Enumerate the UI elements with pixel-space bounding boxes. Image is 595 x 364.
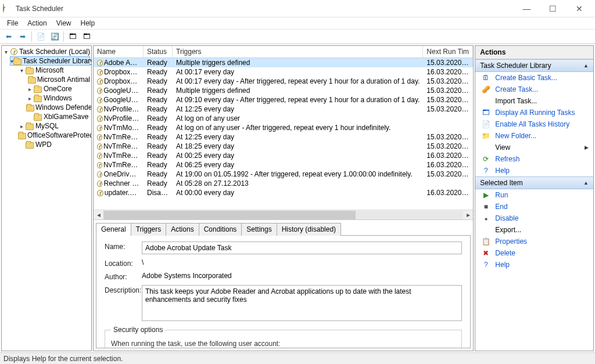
details-pane: General Triggers Actions Conditions Sett… [94,220,473,351]
menu-file[interactable]: File [2,18,23,28]
actions-group-selected[interactable]: Selected Item▲ [475,176,593,189]
col-triggers[interactable]: Triggers [173,46,423,57]
action-enable-history[interactable]: 📄Enable All Tasks History [475,118,593,130]
action-create-basic-task[interactable]: 🗓Create Basic Task... [475,72,593,84]
horizontal-scrollbar[interactable]: ◂▸ [94,210,473,219]
action-view[interactable]: View▶ [475,142,593,153]
field-location: \ [142,258,462,266]
action-display-running[interactable]: 🗔Display All Running Tasks [475,107,593,118]
tree-node-antimalware[interactable]: Microsoft Antimal [26,75,90,84]
action-delete[interactable]: ✖Delete [475,247,593,259]
security-text: When running the task, use the following… [111,337,456,348]
action-export[interactable]: Export... [475,224,593,236]
task-row[interactable]: Adobe Acro...ReadyMultiple triggers defi… [94,58,473,67]
action-properties[interactable]: 📋Properties [475,236,593,247]
menu-action[interactable]: Action [23,18,51,28]
tree-pane: ▾Task Scheduler (Local) ▾Task Scheduler … [1,45,92,351]
status-text: Displays Help for the current selection. [3,355,123,363]
toolbar: ⬅ ➡ 📄 🔄 🗔 🗔 [0,29,595,44]
task-row[interactable]: NvTmRepCR...ReadyAt 00:25 every day16.03… [94,151,473,160]
security-options: Security options When running the task, … [105,326,462,348]
task-row[interactable]: NvTmMon_{...ReadyAt log on of any user -… [94,123,473,132]
tab-settings[interactable]: Settings [241,223,277,236]
task-row[interactable]: GoogleUpda...ReadyMultiple triggers defi… [94,86,473,95]
task-row[interactable]: NvProfileUp...ReadyAt log on of any user [94,114,473,123]
menu-help[interactable]: Help [76,18,100,28]
center-pane: Name Status Triggers Next Run Tim Adobe … [93,45,474,351]
window-title: Task Scheduler [16,5,514,13]
field-description[interactable]: This task keeps your Adobe Reader and Ac… [142,285,462,321]
col-next[interactable]: Next Run Tim [423,46,473,57]
label-location: Location: [105,258,142,268]
task-row[interactable]: NvTmRep_{B...ReadyAt 12:25 every day15.0… [94,132,473,142]
app-icon [3,4,12,13]
toolbar-icon-1[interactable]: 📄 [34,30,47,43]
toolbar-icon-2[interactable]: 🔄 [48,30,61,43]
field-author: Adobe Systems Incorporated [142,272,462,280]
action-import-task[interactable]: Import Task... [475,95,593,107]
action-help-2[interactable]: ?Help [475,259,593,271]
action-end[interactable]: ■End [475,201,593,212]
task-row[interactable]: NvTmRepCR...ReadyAt 18:25 every day15.03… [94,142,473,151]
task-row[interactable]: Rechner her...ReadyAt 05:28 on 27.12.201… [94,179,473,188]
tree-node-office[interactable]: OfficeSoftwareProtect [18,131,90,140]
action-refresh[interactable]: ⟳Refresh [475,153,593,165]
field-name[interactable]: Adobe Acrobat Update Task [142,242,462,254]
status-bar: Displays Help for the current selection. [0,352,595,364]
minimize-button[interactable]: — [514,0,540,17]
task-row[interactable]: updater.exeDisabledAt 00:00 every day16.… [94,188,473,197]
maximize-button[interactable]: ☐ [540,0,566,17]
tree-node-xbl[interactable]: XblGameSave [26,112,90,121]
toolbar-icon-4[interactable]: 🗔 [80,30,93,43]
task-row[interactable]: DropboxUp...ReadyAt 00:17 every day16.03… [94,67,473,77]
tree-library[interactable]: ▾Task Scheduler Library [10,56,90,66]
actions-header: Actions [475,46,593,59]
label-author: Author: [105,272,142,281]
tree-node-wpd[interactable]: WPD [18,140,90,149]
security-legend: Security options [111,326,165,334]
tree-node-defender[interactable]: Windows Defende [26,103,90,112]
tab-history[interactable]: History (disabled) [277,223,341,236]
tab-actions[interactable]: Actions [166,223,199,236]
tree-root[interactable]: ▾Task Scheduler (Local) [3,47,90,56]
tree-node-windows[interactable]: ▸Windows [26,93,90,103]
action-new-folder[interactable]: 📁New Folder... [475,130,593,142]
action-help-1[interactable]: ?Help [475,165,593,176]
task-list: Name Status Triggers Next Run Tim Adobe … [94,46,473,220]
list-header[interactable]: Name Status Triggers Next Run Tim [94,46,473,58]
label-name: Name: [105,242,142,251]
task-row[interactable]: NvProfileUp...ReadyAt 12:25 every day15.… [94,104,473,114]
menu-view[interactable]: View [52,18,76,28]
action-disable[interactable]: ⬥Disable [475,212,593,224]
actions-group-library[interactable]: Task Scheduler Library▲ [475,59,593,72]
forward-button[interactable]: ➡ [16,30,29,43]
tree-node-microsoft[interactable]: ▾Microsoft [18,66,90,75]
col-name[interactable]: Name [94,46,144,57]
task-row[interactable]: DropboxUp...ReadyAt 00:17 every day - Af… [94,77,473,86]
back-button[interactable]: ⬅ [2,30,15,43]
title-bar: Task Scheduler — ☐ ✕ [0,0,595,17]
actions-pane: Actions Task Scheduler Library▲ 🗓Create … [475,45,594,351]
tab-triggers[interactable]: Triggers [131,223,167,236]
action-create-task[interactable]: 🥜Create Task... [475,84,593,95]
tree-node-mysql[interactable]: ▸MySQL [18,121,90,131]
close-button[interactable]: ✕ [566,0,592,17]
col-status[interactable]: Status [144,46,173,57]
action-run[interactable]: ▶Run [475,189,593,201]
tab-conditions[interactable]: Conditions [199,223,242,236]
task-row[interactable]: OneDrive St...ReadyAt 19:00 on 01.05.199… [94,170,473,179]
task-row[interactable]: NvTmRepCR...ReadyAt 06:25 every day16.03… [94,160,473,170]
tab-general[interactable]: General [96,223,131,236]
main-area: ▾Task Scheduler (Local) ▾Task Scheduler … [0,44,595,352]
tabs: General Triggers Actions Conditions Sett… [96,222,471,236]
menu-bar: File Action View Help [0,17,595,29]
task-row[interactable]: GoogleUpda...ReadyAt 09:10 every day - A… [94,95,473,104]
tree-node-onecore[interactable]: ▸OneCore [26,84,90,93]
label-description: Description: [105,285,142,294]
toolbar-icon-3[interactable]: 🗔 [66,30,79,43]
